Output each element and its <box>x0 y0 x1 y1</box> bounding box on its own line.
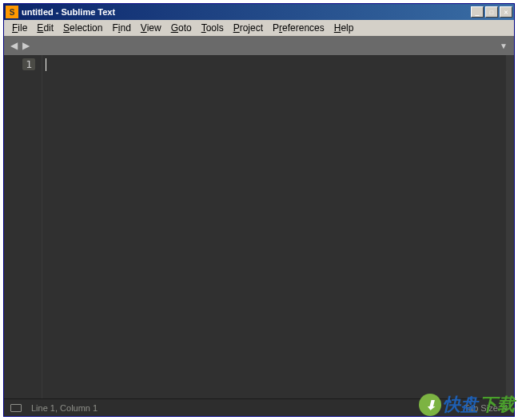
watermark-text-2: 下载 <box>480 393 515 417</box>
window-controls: _ ☐ ✕ <box>471 6 512 18</box>
close-button[interactable]: ✕ <box>500 6 512 18</box>
menubar: File Edit Selection Find View Goto Tools… <box>4 20 514 36</box>
tab-nav: ◀ ▶ <box>10 40 30 51</box>
menu-preferences[interactable]: Preferences <box>268 21 329 35</box>
code-editor[interactable] <box>42 55 506 398</box>
maximize-button[interactable]: ☐ <box>485 6 498 18</box>
window-title: untitled - Sublime Text <box>22 7 471 17</box>
menu-view[interactable]: View <box>136 21 166 35</box>
line-number-1: 1 <box>22 58 35 70</box>
text-cursor <box>46 58 46 71</box>
watermark-text-1: 快盘 <box>443 393 478 417</box>
watermark-icon: ⬇ <box>419 394 441 416</box>
menu-find[interactable]: Find <box>107 21 135 35</box>
menu-goto[interactable]: Goto <box>166 21 197 35</box>
app-icon: S <box>6 6 18 18</box>
menu-edit[interactable]: Edit <box>32 21 58 35</box>
gutter: 1 <box>4 55 42 398</box>
vertical-scrollbar[interactable] <box>506 55 514 398</box>
tab-next-icon[interactable]: ▶ <box>22 40 30 51</box>
panel-switcher-icon[interactable] <box>10 404 22 412</box>
editor-area: 1 <box>4 55 514 398</box>
status-position[interactable]: Line 1, Column 1 <box>31 403 98 413</box>
menu-tools[interactable]: Tools <box>197 21 229 35</box>
tab-bar: ◀ ▶ ▼ <box>4 36 514 55</box>
menu-file[interactable]: File <box>7 21 32 35</box>
titlebar[interactable]: S untitled - Sublime Text _ ☐ ✕ <box>4 4 514 20</box>
watermark: ⬇ 快盘下载 <box>419 393 515 417</box>
status-left: Line 1, Column 1 <box>10 403 98 413</box>
tab-dropdown-icon[interactable]: ▼ <box>500 42 508 50</box>
app-window: S untitled - Sublime Text _ ☐ ✕ File Edi… <box>3 3 515 417</box>
minimize-button[interactable]: _ <box>471 6 484 18</box>
menu-project[interactable]: Project <box>229 21 268 35</box>
tab-prev-icon[interactable]: ◀ <box>10 40 18 51</box>
menu-help[interactable]: Help <box>329 21 359 35</box>
menu-selection[interactable]: Selection <box>58 21 107 35</box>
